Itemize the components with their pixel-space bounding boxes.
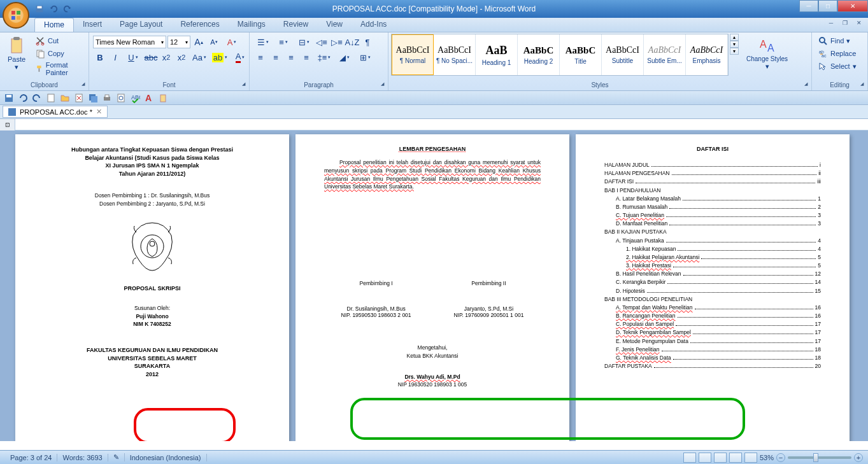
multilevel-icon[interactable]: ⊟ <box>294 35 313 49</box>
status-proofing-icon[interactable]: ✎ <box>108 453 125 461</box>
underline-icon[interactable]: U <box>124 50 143 64</box>
qat2-undo-icon[interactable] <box>18 93 28 103</box>
align-left-icon[interactable]: ≡ <box>253 50 267 64</box>
view-fullscreen-icon[interactable] <box>699 453 711 463</box>
justify-icon[interactable]: ≡ <box>299 50 313 64</box>
style-scroll-up-icon[interactable]: ▴ <box>730 34 739 41</box>
replace-button[interactable]: abacReplace <box>816 48 858 59</box>
style-item[interactable]: AaBbCcIEmphasis <box>686 34 728 75</box>
view-outline-icon[interactable] <box>729 453 742 463</box>
doc-restore-icon[interactable]: ❐ <box>839 18 851 27</box>
status-words[interactable]: Words: 3693 <box>57 454 108 461</box>
tab-references[interactable]: References <box>171 18 228 32</box>
superscript-icon[interactable]: x2 <box>174 50 189 64</box>
doctab-close-icon[interactable]: ✕ <box>96 108 102 116</box>
qat2-preview-icon[interactable] <box>116 93 126 103</box>
paragraph-group-label: Paragraph <box>252 81 385 89</box>
grow-font-icon[interactable]: A▴ <box>192 35 206 49</box>
zoom-out-icon[interactable]: − <box>776 453 785 462</box>
font-size-select[interactable]: 12▾ <box>167 36 190 48</box>
qat2-save-icon[interactable] <box>4 93 14 103</box>
qat2-print-icon[interactable] <box>102 93 112 103</box>
zoom-level[interactable]: 53% <box>760 454 774 461</box>
zoom-slider[interactable] <box>788 456 851 459</box>
cut-button[interactable]: Cut <box>33 35 85 46</box>
highlight-icon[interactable]: ab <box>210 50 229 64</box>
italic-icon[interactable]: I <box>108 50 122 64</box>
doc-minimize-icon[interactable]: ─ <box>825 18 837 27</box>
style-expand-icon[interactable]: ▾ <box>730 48 739 55</box>
qat2-redo-icon[interactable] <box>32 93 42 103</box>
style-item[interactable]: AaBbCcISubtle Em... <box>644 34 686 75</box>
style-item[interactable]: AaBbCHeading 2 <box>518 34 560 75</box>
shrink-font-icon[interactable]: A▾ <box>207 35 221 49</box>
shading-icon[interactable]: ◢ <box>335 50 354 64</box>
change-case-icon[interactable]: Aa <box>190 50 209 64</box>
close-button[interactable]: ✕ <box>837 0 868 12</box>
tab-home[interactable]: Home <box>34 18 74 32</box>
qat-undo-icon[interactable] <box>48 4 59 14</box>
tab-insert[interactable]: Insert <box>74 18 111 32</box>
style-item[interactable]: AaBbCcI¶ No Spaci... <box>434 34 476 75</box>
qat2-close-icon[interactable] <box>74 93 84 103</box>
minimize-button[interactable]: ─ <box>799 0 818 12</box>
page-3: DAFTAR ISI HALAMAN JUDULiHALAMAN PENGESA… <box>576 134 850 441</box>
qat2-open-icon[interactable] <box>60 93 70 103</box>
svg-rect-33 <box>160 95 166 102</box>
qat-redo-icon[interactable] <box>62 4 73 14</box>
tab-addins[interactable]: Add-Ins <box>352 18 395 32</box>
view-print-layout-icon[interactable] <box>683 453 696 463</box>
font-color-icon[interactable]: A <box>231 50 250 64</box>
copy-button[interactable]: Copy <box>33 48 85 59</box>
svg-rect-13 <box>37 66 41 68</box>
qat2-paste-icon[interactable] <box>158 93 168 103</box>
svg-rect-23 <box>48 94 54 102</box>
tab-mailings[interactable]: Mailings <box>229 18 274 32</box>
change-styles-button[interactable]: AA Change Styles▾ <box>743 34 792 72</box>
style-scroll-down-icon[interactable]: ▾ <box>730 41 739 48</box>
qat-save-icon[interactable] <box>34 4 45 14</box>
qat2-new-icon[interactable] <box>46 93 56 103</box>
find-button[interactable]: Find ▾ <box>816 35 858 46</box>
numbering-icon[interactable]: ≡ <box>274 35 293 49</box>
qat2-text-icon[interactable]: A <box>144 93 154 103</box>
select-button[interactable]: Select ▾ <box>816 60 858 72</box>
decrease-indent-icon[interactable]: ◁≡ <box>315 35 329 49</box>
doc-close-icon[interactable]: ✕ <box>853 18 865 27</box>
format-painter-button[interactable]: Format Painter <box>33 60 85 77</box>
bullets-icon[interactable]: ☰ <box>253 35 273 49</box>
sort-icon[interactable]: A↓Z <box>345 35 359 49</box>
tab-view[interactable]: View <box>317 18 352 32</box>
ruler-corner[interactable]: ⊡ <box>0 119 15 130</box>
view-draft-icon[interactable] <box>744 453 757 463</box>
subscript-icon[interactable]: x2 <box>159 50 173 64</box>
qat2-saveall-icon[interactable] <box>88 93 98 103</box>
status-page[interactable]: Page: 3 of 24 <box>5 454 57 461</box>
font-name-select[interactable]: Times New Roman▾ <box>93 36 166 48</box>
strikethrough-icon[interactable]: abc <box>144 50 158 64</box>
svg-text:A: A <box>760 39 767 50</box>
tab-page-layout[interactable]: Page Layout <box>111 18 171 32</box>
align-center-icon[interactable]: ≡ <box>269 50 283 64</box>
workspace[interactable]: Hubungan antara Tingkat Kepuasan Siswa d… <box>0 130 868 441</box>
align-right-icon[interactable]: ≡ <box>284 50 298 64</box>
doctab-item[interactable]: PROPOSAL ACC.doc *✕ <box>3 106 108 118</box>
increase-indent-icon[interactable]: ▷≡ <box>330 35 344 49</box>
tab-review[interactable]: Review <box>274 18 317 32</box>
clear-formatting-icon[interactable]: A <box>222 35 241 49</box>
zoom-in-icon[interactable]: + <box>854 453 863 462</box>
bold-icon[interactable]: B <box>93 50 107 64</box>
view-web-icon[interactable] <box>714 453 727 463</box>
style-item[interactable]: AaBbCcI¶ Normal <box>392 34 434 75</box>
borders-icon[interactable]: ⊞ <box>355 50 374 64</box>
style-item[interactable]: AaBHeading 1 <box>476 34 518 75</box>
paste-button[interactable]: Paste▾ <box>3 34 31 73</box>
style-item[interactable]: AaBbCcISubtitle <box>602 34 644 75</box>
maximize-button[interactable]: □ <box>818 0 837 12</box>
line-spacing-icon[interactable]: ‡≡ <box>315 50 334 64</box>
show-marks-icon[interactable]: ¶ <box>360 35 374 49</box>
style-item[interactable]: AaBbCTitle <box>560 34 602 75</box>
status-language[interactable]: Indonesian (Indonesia) <box>125 454 207 461</box>
office-button[interactable] <box>3 2 29 29</box>
qat2-spell-icon[interactable]: ABC <box>130 93 140 103</box>
